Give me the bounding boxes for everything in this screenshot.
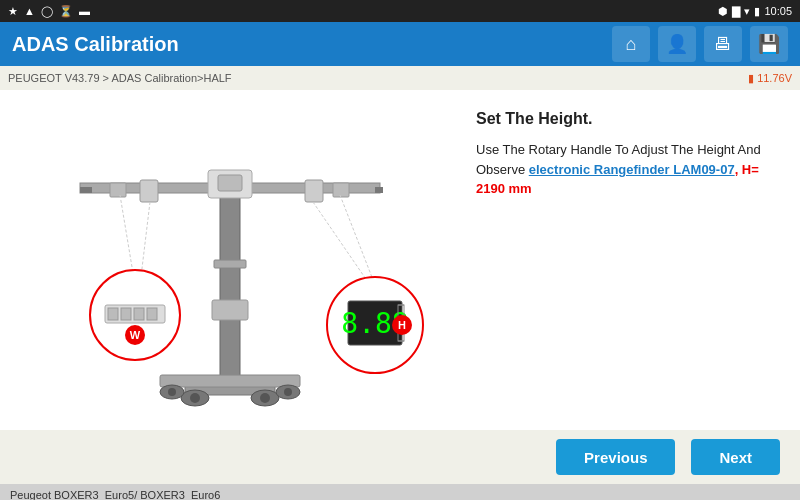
svg-point-37 [260, 393, 270, 403]
svg-point-41 [168, 388, 176, 396]
svg-rect-6 [140, 180, 158, 202]
svg-rect-4 [80, 187, 92, 193]
next-button[interactable]: Next [691, 439, 780, 475]
voltage-display: ▮ 11.76V [748, 72, 792, 85]
header-icon-group: ⌂ 👤 🖶 💾 [612, 26, 788, 62]
battery-icon: ▮ [754, 5, 760, 18]
notification-icon: ▲ [24, 5, 35, 17]
calibration-diagram: W 8.88 H [20, 105, 440, 415]
vehicle-info: Peugeot BOXER3_Euro5/ BOXER3_Euro6 VIN V… [10, 488, 220, 500]
instructions-area: Set The Height. Use The Rotary Handle To… [460, 90, 800, 430]
print-button[interactable]: 🖶 [704, 26, 742, 62]
breadcrumb: PEUGEOT V43.79 > ADAS Calibration>HALF [8, 72, 232, 84]
svg-rect-19 [147, 308, 157, 320]
battery-status-icon: ▮ [748, 72, 754, 85]
time-display: 10:05 [764, 5, 792, 17]
svg-rect-7 [110, 183, 126, 197]
bt-icon: ★ [8, 5, 18, 18]
status-left-icons: ★ ▲ ◯ ⏳ ▬ [8, 5, 90, 18]
alarm-icon: ◯ [41, 5, 53, 18]
user-button[interactable]: 👤 [658, 26, 696, 62]
svg-rect-11 [218, 175, 242, 191]
svg-rect-38 [160, 375, 300, 387]
navigation-bar: Previous Next [0, 430, 800, 484]
svg-point-36 [190, 393, 200, 403]
svg-text:H: H [398, 319, 406, 331]
svg-rect-17 [121, 308, 131, 320]
svg-text:W: W [130, 329, 141, 341]
previous-button[interactable]: Previous [556, 439, 675, 475]
rangefinder-link[interactable]: electronic Rangefinder LAM09-07 [529, 162, 735, 177]
svg-rect-43 [212, 300, 248, 320]
bt2-icon: ⬢ [718, 5, 728, 18]
app-header: ADAS Calibration ⌂ 👤 🖶 💾 [0, 22, 800, 66]
home-button[interactable]: ⌂ [612, 26, 650, 62]
app-title: ADAS Calibration [12, 33, 179, 56]
breadcrumb-bar: PEUGEOT V43.79 > ADAS Calibration>HALF ▮… [0, 66, 800, 90]
main-content: W 8.88 H [0, 90, 800, 430]
instructions-body: Use The Rotary Handle To Adjust The Heig… [476, 140, 784, 199]
clock-icon: ⏳ [59, 5, 73, 18]
status-right-icons: ⬢ ▇ ▾ ▮ 10:05 [718, 5, 792, 18]
status-bar: ★ ▲ ◯ ⏳ ▬ ⬢ ▇ ▾ ▮ 10:05 [0, 0, 800, 22]
svg-rect-8 [305, 180, 323, 202]
usb-icon: ▬ [79, 5, 90, 17]
vehicle-model: Peugeot BOXER3_Euro5/ BOXER3_Euro6 [10, 488, 220, 500]
wifi-icon: ▾ [744, 5, 750, 18]
instructions-title: Set The Height. [476, 110, 784, 128]
export-button[interactable]: 💾 [750, 26, 788, 62]
svg-rect-5 [375, 187, 383, 193]
svg-rect-18 [134, 308, 144, 320]
svg-rect-16 [108, 308, 118, 320]
svg-point-42 [284, 388, 292, 396]
svg-rect-9 [333, 183, 349, 197]
signal-icon: ▇ [732, 5, 740, 18]
info-bar: Peugeot BOXER3_Euro5/ BOXER3_Euro6 VIN V… [0, 484, 800, 500]
svg-rect-32 [214, 260, 246, 268]
diagram-area: W 8.88 H [0, 90, 460, 430]
svg-rect-1 [220, 185, 240, 385]
